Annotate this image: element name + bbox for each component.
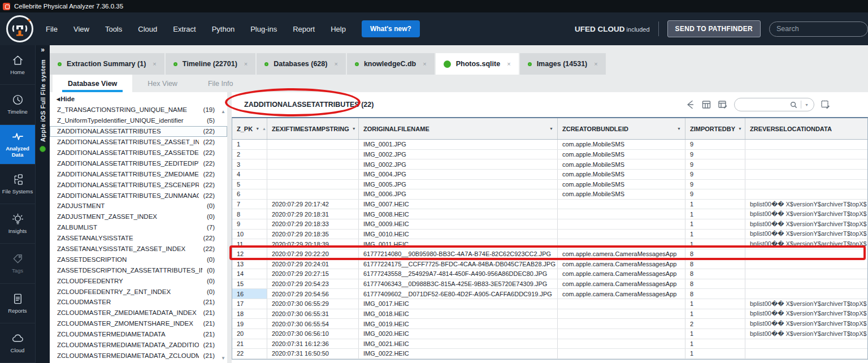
sidebar-item-insights[interactable]: Insights [0,204,35,244]
sidebar-item-reports[interactable]: Reports [0,284,35,323]
table-cell[interactable]: com.apple.camera.CameraMessagesApp [558,279,685,289]
table-cell[interactable]: 19 [232,319,267,329]
list-item[interactable]: ZCLOUDFEEDENTRY(0) [50,275,227,286]
table-cell[interactable]: 9 [685,170,745,179]
table-cell[interactable]: com.apple.camera.CameraMessagesApp [558,269,685,279]
table-cell[interactable]: IMG_0007.HEIC [359,200,558,209]
table-row[interactable]: 6IMG_0006.JPGcom.apple.MobileSMS9 [232,189,867,200]
advanced-find-icon[interactable] [821,100,831,110]
table-cell[interactable]: 11 [232,239,267,249]
table-cell[interactable]: 20 [232,329,267,339]
table-cell[interactable]: IMG_0017.HEIC [359,299,558,309]
list-item[interactable]: Z_UniformTypeIdentifier_UNIQUE_identifie… [50,115,227,126]
table-cell[interactable]: 1 [685,349,745,358]
table-cell[interactable]: bplist00�� X$versionY$archiverT$topX$ [745,299,867,309]
list-item[interactable]: ZASSETANALYSISSTATE(22) [50,233,227,244]
table-cell[interactable]: 8 [685,289,745,299]
table-cell[interactable] [267,180,359,189]
table-cell[interactable]: 61777214080__90B95980-BB3C-4A7A-B74E-82C… [359,249,558,259]
table-cell[interactable]: 12 [232,249,267,259]
list-item[interactable]: ZADDITIONALASSETATTRIBUTES_ZEDITEDIPTCAT… [50,158,227,168]
table-cell[interactable]: com.apple.MobileSMS [558,150,685,159]
column-filter-icon[interactable]: ▼ [255,127,259,131]
table-cell[interactable] [745,180,867,189]
table-cell[interactable] [558,329,685,339]
column-header[interactable]: ZREVERSELOCATIONDATA [745,118,867,139]
table-row[interactable]: 182020:07:30 06:55:31IMG_0018.HEIC1bplis… [232,309,867,319]
table-cell[interactable]: 2020:07:29 20:18:33 [267,219,359,229]
table-cell[interactable]: 14 [232,269,267,279]
table-row[interactable]: 222020:07:31 16:50:50IMG_0022.HEIC1 [232,349,867,359]
table-cell[interactable]: 2020:07:30 06:55:54 [267,319,359,329]
table-cell[interactable] [558,319,685,329]
table-cell[interactable]: 2020:07:29 20:22:20 [267,249,359,259]
table-cell[interactable]: bplist00�� X$versionY$archiverT$topX$ [745,319,867,329]
table-cell[interactable]: 1 [685,209,745,219]
table-cell[interactable]: 2020:07:30 06:56:10 [267,329,359,339]
list-item[interactable]: ZADJUSTMENT_ZASSET_INDEX(0) [50,211,227,222]
column-header[interactable]: ZORIGINALFILENAME▼ [359,118,558,139]
table-row[interactable]: 192020:07:30 06:55:54IMG_0019.HEIC2bplis… [232,319,867,329]
menu-extract[interactable]: Extract [173,25,196,33]
menu-help[interactable]: Help [331,25,346,33]
table-cell[interactable]: 10 [232,230,267,239]
global-search-input[interactable] [776,25,861,33]
table-cell[interactable] [558,299,685,309]
list-scroll-down-icon[interactable]: ▼ [221,356,225,361]
table-cell[interactable]: IMG_0004.JPG [359,170,558,179]
column-filter-icon[interactable]: ▼ [677,127,681,131]
table-cell[interactable]: com.apple.camera.CameraMessagesApp [558,289,685,299]
document-tab[interactable]: Databases (628)× [257,53,346,75]
table-cell[interactable] [745,260,867,269]
table-cell[interactable]: bplist00�� X$versionY$archiverT$topX$ [745,309,867,319]
table-cell[interactable]: 3 [232,159,267,169]
table-cell[interactable]: 1 [685,309,745,319]
sidebar-item-analyzed-data[interactable]: Analyzed Data [0,125,35,165]
list-item[interactable]: ZCLOUDMASTER_ZMEDIAMETADATA_INDEX(21) [50,308,227,318]
document-tab[interactable]: Images (14531)× [520,53,606,75]
expand-strip-icon[interactable]: » [41,45,45,59]
table-cell[interactable]: 6 [232,189,267,199]
table-cell[interactable] [745,279,867,289]
table-cell[interactable] [558,230,685,239]
table-cell[interactable]: bplist00�� X$versionY$archiverT$topX$ [745,329,867,339]
table-cell[interactable]: 8 [232,209,267,219]
table-cell[interactable] [745,189,867,199]
table-cell[interactable]: IMG_0021.HEIC [359,339,558,349]
table-row[interactable]: 172020:07:30 06:55:29IMG_0017.HEIC1bplis… [232,299,867,309]
hide-list-button[interactable]: ◀Hide [50,93,227,105]
extraction-name[interactable]: Apple iOS Full File system [40,59,46,142]
menu-file[interactable]: File [46,25,58,33]
edit-columns-icon[interactable] [718,100,728,110]
table-cell[interactable] [267,189,359,199]
list-item[interactable]: ZCLOUDMASTERMEDIAMETADATA(21) [50,329,227,340]
grid-search-box[interactable]: ▼ [734,98,814,111]
table-cell[interactable]: 2 [685,319,745,329]
table-cell[interactable]: 8 [685,269,745,279]
table-cell[interactable]: IMG_0002.JPG [359,159,558,169]
table-cell[interactable]: IMG_0010.HEIC [359,230,558,239]
table-cell[interactable] [267,170,359,179]
table-cell[interactable]: 2020:07:29 20:24:01 [267,260,359,269]
table-cell[interactable] [267,140,359,149]
table-row[interactable]: 152020:07:29 20:54:2361777406343__0D988B… [232,279,867,289]
table-cell[interactable]: 9 [685,159,745,169]
table-cell[interactable]: bplist00�� X$versionY$archiverT$topX$ [745,230,867,239]
menu-view[interactable]: View [73,25,89,33]
list-item[interactable]: ZADDITIONALASSETATTRIBUTES_ZASSETDESCRI.… [50,148,227,158]
table-cell[interactable]: 5 [232,180,267,189]
tab-hex-view[interactable]: Hex View [132,75,193,92]
table-cell[interactable]: IMG_0006.JPG [359,189,558,199]
table-cell[interactable]: 61777406343__0D988B3C-815A-425E-9B83-3E5… [359,279,558,289]
table-cell[interactable] [745,159,867,169]
document-tab[interactable]: Extraction Summary (1)× [50,53,164,75]
table-cell[interactable]: 7 [232,200,267,209]
table-cell[interactable] [745,349,867,358]
table-cell[interactable]: 9 [685,150,745,159]
tab-close-icon[interactable]: × [153,60,156,67]
table-cell[interactable]: 1 [685,339,745,349]
table-row[interactable]: 2IMG_0002.JPGcom.apple.MobileSMS9 [232,150,867,160]
tab-database-view[interactable]: Database View [53,75,132,92]
table-cell[interactable] [558,219,685,229]
table-cell[interactable]: com.apple.camera.CameraMessagesApp [558,249,685,259]
